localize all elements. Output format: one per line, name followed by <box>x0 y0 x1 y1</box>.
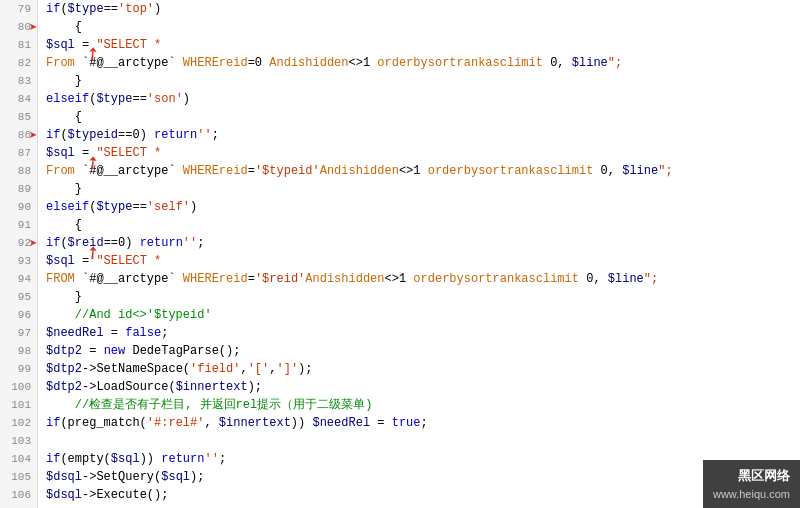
line-number: 100 <box>0 378 37 396</box>
code-line[interactable]: //And id<>'$typeid' <box>38 306 800 324</box>
line-number: 87 <box>0 144 37 162</box>
line-number: 107 <box>0 504 37 508</box>
watermark-brand: 黑区网络 <box>713 466 790 486</box>
line-number: 83 <box>0 72 37 90</box>
code-line[interactable]: $sql = "SELECT * <box>38 36 800 54</box>
code-line[interactable]: } <box>38 288 800 306</box>
line-number: 81 <box>0 36 37 54</box>
code-line[interactable]: $dsql->SetQuery($sql); <box>38 468 800 486</box>
line-number: 90 <box>0 198 37 216</box>
code-line[interactable]: //检查是否有子栏目, 并返回rel提示（用于二级菜单) <box>38 396 800 414</box>
code-line[interactable]: $dtp2->SetNameSpace('field','[',']'); <box>38 360 800 378</box>
code-line[interactable]: { <box>38 18 800 36</box>
code-line[interactable]: $dsql->Execute(); <box>38 486 800 504</box>
line-number: 94 <box>0 270 37 288</box>
code-line[interactable] <box>38 504 800 508</box>
line-number: 89 <box>0 180 37 198</box>
line-number: 104 <box>0 450 37 468</box>
line-numbers: 7980818283848586878889909192939495969798… <box>0 0 38 508</box>
code-line[interactable]: $dtp2 = new DedeTagParse(); <box>38 342 800 360</box>
line-number: 82 <box>0 54 37 72</box>
code-line[interactable]: { <box>38 108 800 126</box>
code-line[interactable]: if($reid==0) return ''; <box>38 234 800 252</box>
code-line[interactable]: if(preg_match('#:rel#', $innertext)) $ne… <box>38 414 800 432</box>
code-line[interactable] <box>38 432 800 450</box>
line-number: 85 <box>0 108 37 126</box>
code-line[interactable]: if(empty($sql)) return ''; <box>38 450 800 468</box>
line-number: 99 <box>0 360 37 378</box>
red-arrow-indicator: ➤ <box>29 127 37 145</box>
line-number: 98 <box>0 342 37 360</box>
code-line[interactable]: else if($type=='son') <box>38 90 800 108</box>
red-arrow-indicator: ➤ <box>29 19 37 37</box>
line-number: 96 <box>0 306 37 324</box>
line-number: 106 <box>0 486 37 504</box>
code-line[interactable]: if($type=='top') <box>38 0 800 18</box>
code-container: 7980818283848586878889909192939495969798… <box>0 0 800 508</box>
code-area: 7980818283848586878889909192939495969798… <box>0 0 800 508</box>
watermark-url: www.heiqu.com <box>713 486 790 503</box>
code-line[interactable]: { <box>38 216 800 234</box>
code-line[interactable]: if($typeid==0) return ''; <box>38 126 800 144</box>
line-number: 88 <box>0 162 37 180</box>
code-lines[interactable]: if($type=='top') { $sql = "SELECT * From… <box>38 0 800 508</box>
line-number: 102 <box>0 414 37 432</box>
line-number: 105 <box>0 468 37 486</box>
code-line[interactable]: else if($type=='self') <box>38 198 800 216</box>
code-line[interactable]: $needRel = false; <box>38 324 800 342</box>
code-line[interactable]: } <box>38 72 800 90</box>
code-line[interactable]: $sql = "SELECT * <box>38 144 800 162</box>
red-arrow-indicator: ➤ <box>29 235 37 253</box>
line-number: 101 <box>0 396 37 414</box>
line-number: 93 <box>0 252 37 270</box>
watermark: 黑区网络 www.heiqu.com <box>703 460 800 508</box>
code-line[interactable]: FROM `#@__arctype` WHERE reid='$reid' An… <box>38 270 800 288</box>
line-number: 97 <box>0 324 37 342</box>
code-line[interactable]: } <box>38 180 800 198</box>
line-number: 91 <box>0 216 37 234</box>
line-number: 103 <box>0 432 37 450</box>
line-number: 84 <box>0 90 37 108</box>
line-number: 95 <box>0 288 37 306</box>
line-number: 79 <box>0 0 37 18</box>
code-line[interactable]: $dtp2->LoadSource($innertext); <box>38 378 800 396</box>
code-line[interactable]: From `#@__arctype` WHERE reid=0 And ishi… <box>38 54 800 72</box>
code-line[interactable]: $sql = "SELECT * <box>38 252 800 270</box>
code-line[interactable]: From `#@__arctype` WHERE reid='$typeid' … <box>38 162 800 180</box>
